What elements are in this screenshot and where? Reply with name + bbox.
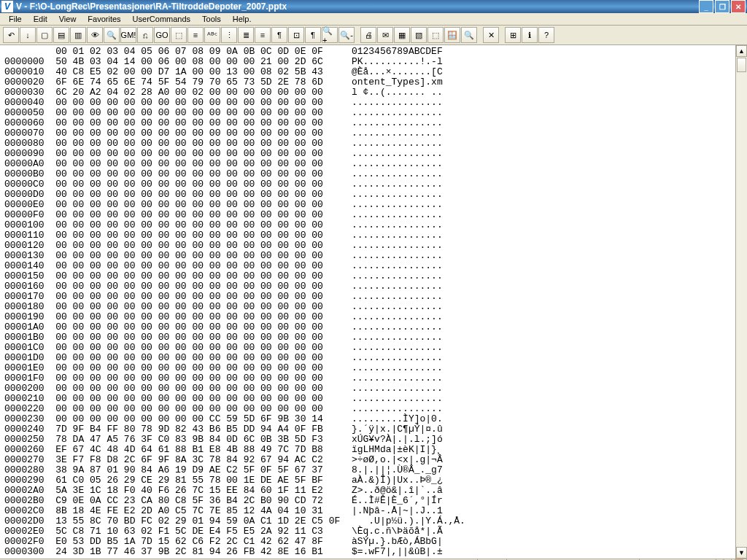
toolbar-button-10[interactable]: ⬚ <box>171 27 187 43</box>
toolbar-button-2[interactable]: ▢ <box>36 27 53 43</box>
toolbar-button-13[interactable]: ⋮ <box>221 27 237 43</box>
toolbar-button-14[interactable]: ≣ <box>238 27 254 43</box>
toolbar-button-3[interactable]: ▤ <box>53 27 69 43</box>
scroll-up-arrow-icon[interactable]: ▲ <box>736 45 747 57</box>
toolbar-button-17[interactable]: ⊡ <box>288 27 304 43</box>
scroll-track[interactable] <box>736 57 747 547</box>
menu-file[interactable]: File <box>3 13 28 25</box>
toolbar-button-19[interactable]: 🔍+ <box>322 27 338 43</box>
toolbar-button-28[interactable]: 🔍 <box>461 27 477 43</box>
title-bar: V V - F:\O-LongRec\Presentasjoner\RA-Til… <box>0 0 747 13</box>
app-icon: V <box>1 1 13 12</box>
toolbar-button-7[interactable]: GM! <box>120 27 136 43</box>
menu-help[interactable]: Help. <box>227 13 258 25</box>
scroll-down-arrow-icon[interactable]: ▼ <box>736 547 747 559</box>
toolbar-button-0[interactable]: ↶ <box>3 27 19 43</box>
window-title: V - F:\O-LongRec\Presentasjoner\RA-Tiltr… <box>16 1 699 12</box>
menu-tools[interactable]: Tools <box>196 13 227 25</box>
toolbar-button-4[interactable]: ▥ <box>70 27 86 43</box>
toolbar-button-1[interactable]: ↓ <box>20 27 36 43</box>
toolbar-button-26[interactable]: ⬚ <box>427 27 444 43</box>
toolbar-button-9[interactable]: GO <box>154 27 170 43</box>
vertical-scrollbar[interactable]: ▲ ▼ <box>735 45 747 559</box>
toolbar-button-8[interactable]: ⎌ <box>137 27 153 43</box>
menu-usercommands[interactable]: UserCommands <box>127 13 196 25</box>
toolbar-button-5[interactable]: 👁 <box>87 27 103 43</box>
toolbar-button-33[interactable]: ℹ <box>522 27 538 43</box>
content-area: 00 01 02 03 04 05 06 07 08 09 0A 0B 0C 0… <box>0 45 747 559</box>
toolbar-button-15[interactable]: ≡ <box>255 27 271 43</box>
hex-view[interactable]: 00 01 02 03 04 05 06 07 08 09 0A 0B 0C 0… <box>0 45 735 559</box>
toolbar-button-25[interactable]: ▧ <box>411 27 427 43</box>
toolbar-button-20[interactable]: 🔍- <box>338 27 355 43</box>
toolbar-button-24[interactable]: ▦ <box>394 27 410 43</box>
menu-edit[interactable]: Edit <box>28 13 53 25</box>
toolbar-button-12[interactable]: ᴬᴮᶜ <box>204 27 220 43</box>
toolbar-button-6[interactable]: 🔍 <box>104 27 120 43</box>
menu-bar: FileEditViewFavoritesUserCommandsToolsHe… <box>0 13 747 26</box>
toolbar-button-11[interactable]: ≡ <box>187 27 204 43</box>
scroll-thumb[interactable] <box>737 58 746 72</box>
toolbar-button-27[interactable]: 🪟 <box>444 27 460 43</box>
toolbar-button-18[interactable]: ¶ <box>305 27 321 43</box>
toolbar-button-34[interactable]: ? <box>538 27 554 43</box>
menu-view[interactable]: View <box>53 13 82 25</box>
close-button[interactable]: ✕ <box>731 0 746 13</box>
toolbar-button-32[interactable]: ⊞ <box>505 27 521 43</box>
toolbar-button-23[interactable]: ✉ <box>377 27 393 43</box>
toolbar-button-16[interactable]: ¶ <box>271 27 287 43</box>
minimize-button[interactable]: _ <box>699 0 713 13</box>
toolbar-button-22[interactable]: 🖨 <box>360 27 376 43</box>
maximize-button[interactable]: ❐ <box>715 0 729 13</box>
toolbar: ↶↓▢▤▥👁🔍GM!⎌GO⬚≡ᴬᴮᶜ⋮≣≡¶⊡¶🔍+🔍-🖨✉▦▧⬚🪟🔍✕⊞ℹ? <box>0 26 747 45</box>
toolbar-button-30[interactable]: ✕ <box>483 27 499 43</box>
menu-favorites[interactable]: Favorites <box>82 13 126 25</box>
